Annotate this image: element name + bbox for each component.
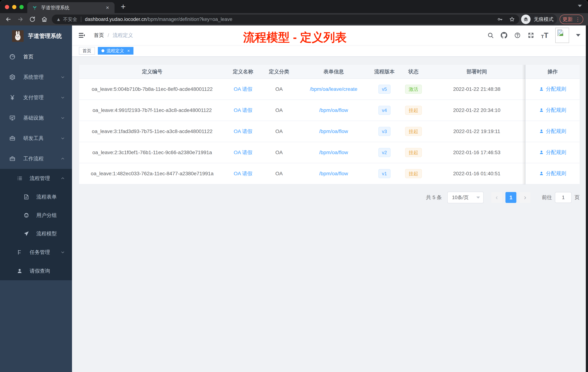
tags-view-bar: 首页 流程定义 ×	[72, 45, 586, 57]
sidebar-item-system[interactable]: 系统管理	[0, 67, 72, 87]
close-window-button[interactable]	[5, 5, 9, 9]
cell-category: OA	[261, 163, 297, 184]
sidebar-item-workflow[interactable]: 工作流程	[0, 149, 72, 169]
assign-rule-button[interactable]: 分配规则	[539, 128, 566, 135]
update-label: 更新	[563, 16, 573, 23]
app-title: 芋道管理系统	[28, 32, 62, 40]
toolbox-icon	[9, 135, 16, 142]
form-info-link[interactable]: /bpm/oa/flow	[319, 129, 348, 134]
user-menu-chevron-icon[interactable]	[576, 34, 580, 37]
help-icon[interactable]	[514, 32, 521, 39]
url-path: /bpm/manager/definition?key=oa_leave	[147, 17, 232, 22]
tree-icon	[17, 249, 23, 255]
chevron-down-icon	[60, 116, 65, 120]
form-info-link[interactable]: /bpm/oa/leave/create	[310, 86, 357, 92]
assign-rule-button[interactable]: 分配规则	[539, 170, 566, 177]
assign-rule-button[interactable]: 分配规则	[539, 149, 566, 156]
version-badge: v1	[378, 169, 390, 178]
font-size-icon[interactable]: TT	[541, 32, 548, 39]
next-page-button[interactable]: ›	[520, 192, 531, 203]
tab-search-chevron-icon[interactable]	[578, 5, 582, 7]
security-label[interactable]: 不安全	[63, 16, 77, 22]
address-bar[interactable]: ▲ 不安全 dashboard.yudao.iocoder.cn/bpm/man…	[52, 15, 519, 24]
search-icon[interactable]	[487, 32, 494, 39]
sidebar-item-task-management[interactable]: 任务管理	[0, 243, 72, 262]
sidebar-collapse-icon[interactable]	[78, 32, 85, 39]
fullscreen-icon[interactable]	[528, 32, 534, 39]
tag-process-definition[interactable]: 流程定义 ×	[98, 47, 134, 55]
chevron-down-icon	[60, 95, 65, 100]
gear-icon	[9, 74, 16, 80]
version-badge: v4	[378, 106, 390, 115]
back-button[interactable]	[5, 16, 12, 22]
sidebar-item-label: 工作流程	[23, 155, 60, 162]
sidebar-item-process-form[interactable]: 流程表单	[0, 188, 72, 206]
app-logo-row[interactable]: 芋道管理系统	[0, 25, 72, 47]
tag-close-icon[interactable]: ×	[127, 48, 130, 53]
sidebar-item-process-model[interactable]: 流程模型	[0, 224, 72, 243]
table-row: oa_leave:3:1fad3d93-7b75-11ec-a3c8-acde4…	[79, 121, 580, 142]
bookmark-star-icon[interactable]	[509, 16, 515, 22]
sidebar-item-infrastructure[interactable]: 基础设施	[0, 108, 72, 128]
sidebar-item-label: 流程管理	[30, 175, 60, 182]
pagination-total: 共 5 条	[426, 194, 442, 201]
user-icon	[539, 129, 544, 134]
cell-deploy-time: 2022-01-16 01:40:51	[428, 163, 526, 184]
sidebar-item-payment[interactable]: 支付管理	[0, 87, 72, 108]
form-info-link[interactable]: /bpm/oa/flow	[319, 150, 348, 155]
browser-toolbar: ▲ 不安全 dashboard.yudao.iocoder.cn/bpm/man…	[0, 13, 588, 25]
home-button[interactable]	[41, 16, 48, 22]
app-header: 首页 / 流程定义 流程模型 - 定义列表 TT	[72, 25, 586, 45]
sidebar-item-leave-query[interactable]: 请假查询	[0, 262, 72, 280]
reload-button[interactable]	[29, 16, 36, 22]
cell-deploy-time: 2022-01-22 19:19:11	[428, 121, 526, 142]
chevron-up-icon	[60, 176, 65, 181]
goto-page-input[interactable]: 1	[555, 192, 572, 203]
current-page-button[interactable]: 1	[505, 192, 516, 203]
sidebar-item-home[interactable]: 首页	[0, 47, 72, 67]
app-logo-avatar	[12, 30, 24, 42]
form-info-link[interactable]: /bpm/oa/flow	[319, 171, 348, 176]
col-definition-id: 定义编号	[79, 65, 225, 79]
definition-name-link[interactable]: OA 请假	[234, 129, 252, 134]
password-key-icon[interactable]	[497, 16, 503, 22]
incognito-badge: 无痕模式	[521, 14, 557, 24]
browser-menu-dots-icon[interactable]: ⋮	[575, 16, 580, 22]
col-process-version: 流程版本	[370, 65, 399, 79]
col-definition-category: 定义分类	[261, 65, 297, 79]
forward-button[interactable]	[17, 16, 24, 22]
page-size-select[interactable]: 10条/页	[447, 192, 484, 203]
new-tab-button[interactable]: +	[121, 2, 126, 11]
github-icon[interactable]	[501, 32, 507, 39]
tag-home[interactable]: 首页	[79, 47, 95, 55]
tab-close-icon[interactable]: ×	[105, 5, 110, 10]
yen-icon	[9, 94, 16, 101]
sidebar-item-label: 请假查询	[30, 268, 65, 274]
sidebar: 芋道管理系统 首页 系统管理 支付管理 基础设施 研发工具 工作流	[0, 25, 72, 372]
sidebar-item-user-group[interactable]: 用户分组	[0, 206, 72, 224]
assign-rule-button[interactable]: 分配规则	[539, 86, 566, 92]
sidebar-item-process-management[interactable]: 流程管理	[0, 169, 72, 188]
prev-page-button[interactable]: ‹	[491, 192, 502, 203]
zoom-window-button[interactable]	[20, 5, 24, 9]
minimize-window-button[interactable]	[12, 5, 16, 9]
definition-name-link[interactable]: OA 请假	[234, 86, 252, 92]
broken-image-icon	[556, 29, 564, 37]
definition-name-link[interactable]: OA 请假	[234, 171, 252, 176]
definition-name-link[interactable]: OA 请假	[234, 150, 252, 155]
browser-update-button[interactable]: 更新 ⋮	[560, 15, 583, 24]
main-area: 首页 / 流程定义 流程模型 - 定义列表 TT 首页 流程定义	[72, 25, 586, 372]
fixed-column-shadow	[522, 65, 525, 184]
assign-rule-button[interactable]: 分配规则	[539, 107, 566, 114]
sidebar-item-label: 任务管理	[30, 249, 60, 256]
definition-name-link[interactable]: OA 请假	[234, 107, 252, 113]
sidebar-item-dev-tools[interactable]: 研发工具	[0, 128, 72, 149]
definition-table: 定义编号 定义名称 定义分类 表单信息 流程版本 状态 部署时间 操作 oa_l	[79, 65, 580, 184]
status-badge: 挂起	[405, 169, 422, 178]
breadcrumb-home[interactable]: 首页	[94, 32, 104, 39]
send-icon	[23, 230, 30, 237]
avatar[interactable]	[555, 28, 569, 43]
form-info-link[interactable]: /bpm/oa/flow	[319, 107, 348, 113]
breadcrumb-current: 流程定义	[113, 32, 133, 39]
browser-tab[interactable]: 芋道管理系统 ×	[27, 2, 115, 13]
